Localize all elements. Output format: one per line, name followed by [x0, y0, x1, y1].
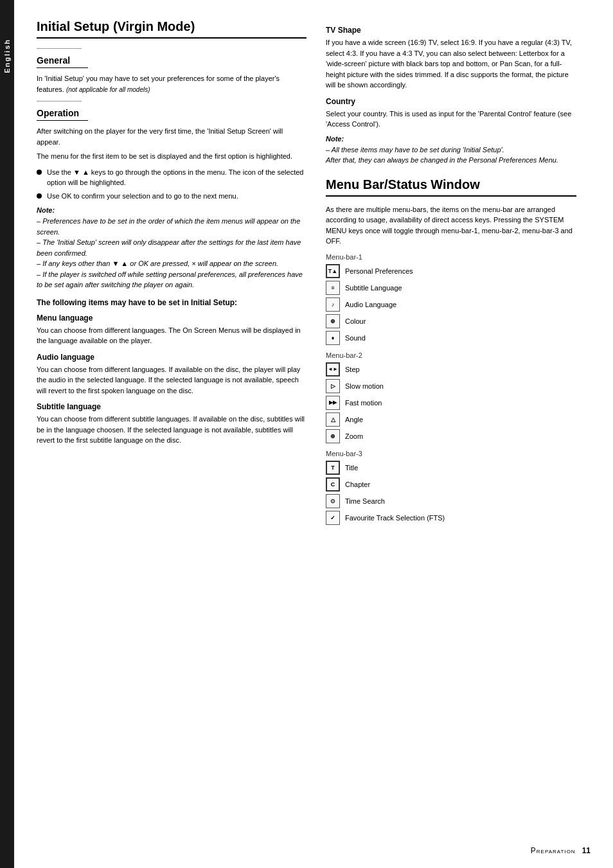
- operation-note-title: Note:: [37, 206, 306, 214]
- left-column: Initial Setup (Virgin Mode) General In '…: [37, 19, 306, 849]
- side-tab: English: [0, 0, 14, 868]
- menu-bar-3-item-1: C Chapter: [326, 477, 576, 492]
- right-note-line1: – All these items may have to be set dur…: [326, 145, 576, 155]
- menu-bar-3-item-0: T Title: [326, 461, 576, 475]
- menu-bar-2-item-1: ▷ Slow motion: [326, 379, 576, 393]
- subtitle-language-text: You can choose from different subtitle l…: [37, 414, 306, 446]
- time-search-icon: ⊙: [326, 494, 340, 508]
- chapter-label: Chapter: [345, 481, 370, 488]
- menu-bar-3-item-3: ✓ Favourite Track Selection (FTS): [326, 511, 576, 525]
- operation-section-title: Operation: [37, 108, 88, 121]
- tv-shape-title: TV Shape: [326, 26, 576, 35]
- menu-bar-3-list: T Title C Chapter ⊙ Time Search ✓ Favour…: [326, 461, 576, 525]
- right-column: TV Shape If you have a wide screen (16:9…: [326, 19, 576, 849]
- following-items-header: The following items may have to be set i…: [37, 298, 306, 307]
- right-note-title: Note:: [326, 135, 576, 143]
- menu-bar-2-label: Menu-bar-2: [326, 351, 576, 359]
- side-tab-label: English: [3, 39, 11, 73]
- chapter-icon: C: [326, 477, 340, 492]
- right-note: Note: – All these items may have to be s…: [326, 135, 576, 166]
- angle-icon: △: [326, 412, 340, 427]
- operation-note-item-3: – If any keys other than ▼ ▲ or OK are p…: [37, 258, 306, 269]
- subtitle-language-title: Subtitle language: [37, 402, 306, 411]
- menu-bar-2-item-3: △ Angle: [326, 412, 576, 427]
- menu-language-text: You can choose from different languages.…: [37, 325, 306, 346]
- menu-bar-2-list: ◄► Step ▷ Slow motion ▶▶ Fast motion △ A…: [326, 362, 576, 443]
- bullet-dot-1: [37, 170, 42, 175]
- step-label: Step: [345, 366, 360, 373]
- personal-pref-label: Personal Preferences: [345, 267, 413, 275]
- bullet-dot-2: [37, 193, 42, 199]
- angle-label: Angle: [345, 416, 363, 423]
- sound-icon: ♦: [326, 331, 340, 345]
- operation-note-item-1: – Preferences have to be set in the orde…: [37, 216, 306, 237]
- tv-shape-text: If you have a wide screen (16:9) TV, sel…: [326, 37, 576, 91]
- menu-bar-1-item-3: ⊕ Colour: [326, 314, 576, 328]
- zoom-icon: ⊕: [326, 429, 340, 443]
- general-section-title: General: [37, 55, 88, 68]
- fast-motion-icon: ▶▶: [326, 396, 340, 410]
- menu-bar-section-title: Menu Bar/Status Window: [326, 177, 576, 197]
- page-title: Initial Setup (Virgin Mode): [37, 19, 306, 39]
- menu-bar-1-list: T▲ Personal Preferences ≡ Subtitle Langu…: [326, 264, 576, 345]
- general-paragraph: In 'Initial Setup' you may have to set y…: [37, 73, 306, 94]
- menu-bar-3-item-2: ⊙ Time Search: [326, 494, 576, 508]
- menu-bar-2-item-2: ▶▶ Fast motion: [326, 396, 576, 410]
- title-icon: T: [326, 461, 340, 475]
- audio-language-title: Audio language: [37, 353, 306, 362]
- audio-lang-icon: ♪: [326, 297, 340, 312]
- menu-language-title: Menu language: [37, 314, 306, 323]
- operation-note: Note: – Preferences have to be set in th…: [37, 206, 306, 290]
- subtitle-lang-label: Subtitle Language: [345, 284, 402, 292]
- menu-bar-intro: As there are multiple menu-bars, the ite…: [326, 204, 576, 247]
- fts-icon: ✓: [326, 511, 340, 525]
- operation-note-item-2: – The 'Initial Setup' screen will only d…: [37, 237, 306, 258]
- menu-bar-3-label: Menu-bar-3: [326, 450, 576, 457]
- menu-bar-2-item-4: ⊕ Zoom: [326, 429, 576, 443]
- operation-para2: The menu for the first item to be set is…: [37, 151, 306, 162]
- sound-label: Sound: [345, 334, 366, 342]
- main-content: Initial Setup (Virgin Mode) General In '…: [14, 0, 613, 868]
- audio-lang-label: Audio Language: [345, 301, 396, 308]
- menu-bar-1-item-0: T▲ Personal Preferences: [326, 264, 576, 278]
- bullet-item-2: Use OK to confirm your selection and to …: [37, 191, 306, 202]
- title-label: Title: [345, 464, 358, 472]
- fast-motion-label: Fast motion: [345, 399, 382, 407]
- general-italic-note: (not applicable for all models): [66, 86, 150, 93]
- audio-language-text: You can choose from different languages.…: [37, 364, 306, 396]
- slow-motion-icon: ▷: [326, 379, 340, 393]
- menu-bar-2-item-0: ◄► Step: [326, 362, 576, 376]
- menu-bar-1-item-1: ≡ Subtitle Language: [326, 281, 576, 295]
- operation-note-item-4: – If the player is switched off while se…: [37, 269, 306, 290]
- operation-bullets: Use the ▼ ▲ keys to go through the optio…: [37, 167, 306, 202]
- menu-bar-1-item-2: ♪ Audio Language: [326, 297, 576, 312]
- preparation-label: Preparation: [531, 846, 576, 855]
- menu-bar-1-label: Menu-bar-1: [326, 253, 576, 261]
- zoom-label: Zoom: [345, 432, 363, 440]
- bullet-item-1: Use the ▼ ▲ keys to go through the optio…: [37, 167, 306, 188]
- page-number: 11: [582, 846, 591, 855]
- operation-para1: After switching on the player for the ve…: [37, 126, 306, 147]
- subtitle-lang-icon: ≡: [326, 281, 340, 295]
- menu-bar-1-item-4: ♦ Sound: [326, 331, 576, 345]
- fts-label: Favourite Track Selection (FTS): [345, 514, 445, 522]
- colour-icon: ⊕: [326, 314, 340, 328]
- personal-pref-icon: T▲: [326, 264, 340, 278]
- time-search-label: Time Search: [345, 497, 385, 505]
- step-icon: ◄►: [326, 362, 340, 376]
- country-text: Select your country. This is used as inp…: [326, 109, 576, 130]
- country-title: Country: [326, 97, 576, 106]
- slow-motion-label: Slow motion: [345, 382, 384, 390]
- footer: Preparation 11: [531, 846, 591, 855]
- colour-label: Colour: [345, 317, 366, 325]
- right-note-line2: After that, they can always be changed i…: [326, 155, 576, 166]
